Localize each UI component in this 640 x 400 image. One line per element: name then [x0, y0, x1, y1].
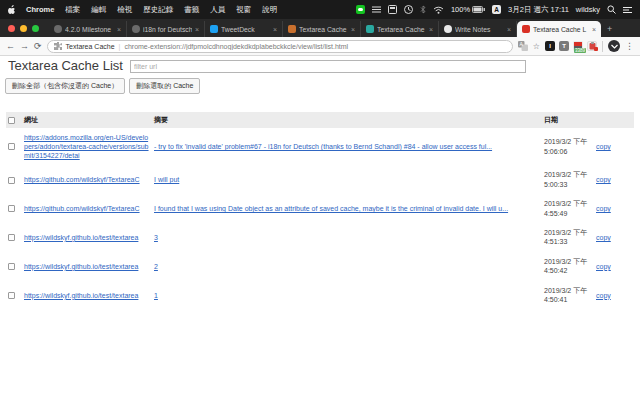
cache-table: 網址 摘要 日期 https://addons.mozilla.org/en-U…: [6, 112, 634, 310]
tab-close-icon[interactable]: ×: [195, 26, 199, 33]
tab-textarea-cache-amo[interactable]: Textarea Cache ×: [361, 21, 439, 37]
cache-url-link[interactable]: https://github.com/wildskyf/TextareaC: [24, 204, 150, 213]
spotlight-search-icon[interactable]: [607, 5, 616, 14]
cache-date-day: 2019/3/2 下午: [544, 137, 592, 146]
window-tray-icon[interactable]: [388, 5, 397, 14]
clipboard-extension-icon[interactable]: [587, 41, 597, 51]
tab-close-icon[interactable]: ×: [351, 26, 355, 33]
cache-summary-link[interactable]: 2: [154, 263, 158, 270]
cache-summary-link[interactable]: - try to fix 'invalid date' problem#67 -…: [154, 143, 492, 150]
table-row: https://addons.mozilla.org/en-US/develop…: [6, 128, 634, 165]
menubar-username[interactable]: wildsky: [576, 5, 600, 14]
filter-url-input[interactable]: [130, 60, 526, 73]
extension-t-icon[interactable]: T: [559, 41, 569, 51]
minimize-window-button[interactable]: [20, 25, 27, 32]
copy-link[interactable]: copy: [596, 143, 611, 150]
cache-date-time: 4:50:42: [544, 266, 592, 275]
forward-button[interactable]: →: [20, 42, 29, 51]
menubar-datetime[interactable]: 3月2日 週六 17:11: [508, 5, 569, 15]
bookmark-star-icon[interactable]: ☆: [533, 42, 540, 51]
chrome-menu-icon[interactable]: ⋮: [625, 41, 634, 51]
copy-link[interactable]: copy: [596, 263, 611, 270]
addon-favicon: [366, 25, 374, 33]
cache-url-link[interactable]: https://addons.mozilla.org/en-US/develop…: [24, 133, 150, 160]
cache-url-link[interactable]: https://github.com/wildskyf/TextareaC: [24, 175, 150, 184]
new-tab-button[interactable]: +: [601, 21, 618, 37]
cache-url-link[interactable]: https://wildskyf.github.io/test/textarea: [24, 233, 150, 242]
cache-summary-link[interactable]: I will put: [154, 176, 179, 183]
tab-420-milestone[interactable]: 4.2.0 Milestone ×: [49, 21, 127, 37]
menubar-item-edit[interactable]: 編輯: [91, 5, 106, 15]
cache-url-link[interactable]: https://wildskyf.github.io/test/textarea: [24, 291, 150, 300]
cache-summary-link[interactable]: 3: [154, 234, 158, 241]
tab-close-icon[interactable]: ×: [429, 26, 433, 33]
feed-extension-icon[interactable]: 3389: [573, 41, 583, 51]
back-button[interactable]: ←: [6, 42, 15, 51]
bluetooth-icon[interactable]: [420, 5, 426, 14]
cache-date-day: 2019/3/2 下午: [544, 228, 592, 237]
tab-close-icon[interactable]: ×: [592, 26, 596, 33]
row-checkbox[interactable]: [8, 234, 15, 241]
menubar-item-chrome[interactable]: Chrome: [26, 5, 54, 14]
menubar-status-area: 100% A 3月2日 週六 17:11 wildsky: [356, 5, 632, 15]
menubar-item-file[interactable]: 檔案: [65, 5, 80, 15]
row-checkbox[interactable]: [8, 292, 15, 299]
tab-write-notes[interactable]: Write Notes ×: [439, 21, 517, 37]
cache-date: 2019/3/2 下午 4:55:49: [542, 194, 594, 223]
row-checkbox[interactable]: [8, 143, 15, 150]
copy-link[interactable]: copy: [596, 292, 611, 299]
close-window-button[interactable]: [8, 25, 15, 32]
select-all-checkbox[interactable]: [8, 117, 15, 124]
delete-all-button[interactable]: 刪除全部（包含你沒選的 Cache）: [5, 78, 125, 94]
tab-close-icon[interactable]: ×: [507, 26, 511, 33]
cache-summary-link[interactable]: 1: [154, 292, 158, 299]
reload-button[interactable]: ⟳: [34, 42, 42, 51]
menubar-item-history[interactable]: 歷史記錄: [143, 5, 173, 15]
tab-close-icon[interactable]: ×: [273, 26, 277, 33]
apple-logo-icon[interactable]: [8, 5, 16, 14]
table-row: https://wildskyf.github.io/test/textarea…: [6, 252, 634, 281]
profile-avatar[interactable]: [608, 40, 620, 52]
extension-favicon: [522, 25, 530, 33]
line-app-icon[interactable]: [356, 5, 365, 14]
extension-i-icon[interactable]: I: [545, 41, 555, 51]
menubar-item-window[interactable]: 視窗: [236, 5, 251, 15]
table-row: https://github.com/wildskyf/TextareaC I …: [6, 194, 634, 223]
github-favicon: [132, 25, 140, 33]
tab-i18n-for-deutsch[interactable]: i18n for Deutsch ×: [127, 21, 205, 37]
tab-label: Textarea Cache: [377, 26, 426, 33]
tab-label: TweetDeck: [221, 26, 270, 33]
copy-link[interactable]: copy: [596, 205, 611, 212]
row-checkbox[interactable]: [8, 205, 15, 212]
tab-textarea-cache-list-active[interactable]: Textarea Cache L ×: [517, 21, 601, 37]
omnibox-site-name: Textarea Cache: [66, 43, 115, 50]
list-tray-icon[interactable]: [372, 5, 381, 14]
browser-toolbar: ← → ⟳ Textarea Cache | chrome-extension:…: [0, 37, 640, 56]
tab-label: Write Notes: [455, 26, 504, 33]
input-method-icon[interactable]: A: [492, 5, 501, 14]
tab-textarea-cache-store[interactable]: Textarea Cache ×: [283, 21, 361, 37]
table-row: https://wildskyf.github.io/test/textarea…: [6, 223, 634, 252]
wifi-icon[interactable]: [433, 6, 444, 14]
delete-selected-button[interactable]: 刪除選取的 Cache: [129, 78, 200, 94]
omnibox[interactable]: Textarea Cache | chrome-extension://jdfp…: [47, 40, 513, 53]
cache-date-day: 2019/3/2 下午: [544, 199, 592, 208]
notification-center-icon[interactable]: [623, 5, 632, 14]
zoom-window-button[interactable]: [32, 25, 39, 32]
menubar-item-people[interactable]: 人員: [210, 5, 225, 15]
menubar-item-bookmarks[interactable]: 書籤: [184, 5, 199, 15]
copy-link[interactable]: copy: [596, 176, 611, 183]
tab-tweetdeck[interactable]: TweetDeck ×: [205, 21, 283, 37]
translate-icon[interactable]: A: [518, 41, 528, 51]
row-checkbox[interactable]: [8, 177, 15, 184]
copy-column-header: [594, 112, 634, 128]
battery-indicator[interactable]: 100%: [451, 5, 485, 14]
clock-tray-icon[interactable]: [404, 5, 413, 14]
cache-summary-link[interactable]: I found that I was using Date object as …: [154, 205, 508, 212]
menubar-item-help[interactable]: 說明: [262, 5, 277, 15]
tab-close-icon[interactable]: ×: [117, 26, 121, 33]
menubar-item-view[interactable]: 檢視: [117, 5, 132, 15]
copy-link[interactable]: copy: [596, 234, 611, 241]
row-checkbox[interactable]: [8, 263, 15, 270]
cache-url-link[interactable]: https://wildskyf.github.io/test/textarea: [24, 262, 150, 271]
